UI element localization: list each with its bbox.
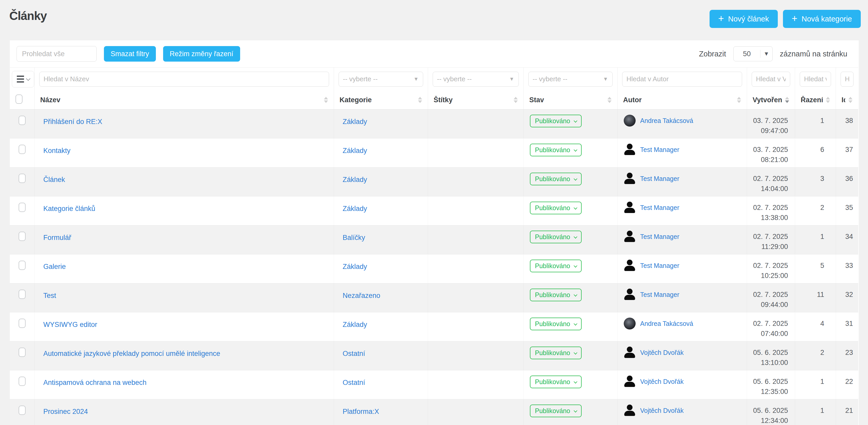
clear-filters-button[interactable]: Smazat filtry <box>104 46 156 62</box>
column-header-stav[interactable]: Stav <box>523 91 617 110</box>
row-checkbox[interactable] <box>19 145 26 154</box>
article-name-link[interactable]: Galerie <box>43 263 66 271</box>
hamburger-icon <box>17 76 24 83</box>
created-date: 05. 6. 2025 <box>747 348 788 358</box>
select-all-checkbox[interactable] <box>16 94 23 104</box>
author-link[interactable]: Test Manager <box>640 262 679 270</box>
category-link[interactable]: Ostatní <box>343 350 365 358</box>
select-placeholder: -- vyberte -- <box>437 75 472 83</box>
filter-category-select[interactable]: -- vyberte -- ▼ <box>339 72 423 87</box>
author-link[interactable]: Vojtěch Dvořák <box>640 349 684 357</box>
order-cell: 2 <box>795 196 836 225</box>
articles-table: -- vyberte -- ▼ -- vyberte -- ▼ -- vyber… <box>10 67 858 425</box>
category-link[interactable]: Základy <box>343 176 367 183</box>
category-link[interactable]: Nezařazeno <box>343 292 380 300</box>
status-select[interactable]: Publikováno <box>530 375 582 388</box>
category-link[interactable]: Základy <box>343 321 367 329</box>
status-select[interactable]: Publikováno <box>530 202 582 214</box>
row-checkbox[interactable] <box>19 377 26 386</box>
created-time: 12:34:00 <box>747 416 788 425</box>
filter-status-select[interactable]: -- vyberte -- ▼ <box>528 72 613 87</box>
page-size-select[interactable]: 50 ▼ <box>733 46 773 61</box>
new-category-button[interactable]: + Nová kategorie <box>783 10 861 28</box>
article-name-link[interactable]: Prosinec 2024 <box>43 408 88 416</box>
category-link[interactable]: Základy <box>343 263 367 271</box>
article-name-link[interactable]: Formulář <box>43 234 71 242</box>
status-select[interactable]: Publikováno <box>530 318 582 330</box>
created-time: 13:38:00 <box>747 213 788 223</box>
article-name-link[interactable]: Antispamová ochrana na webech <box>43 379 147 387</box>
category-link[interactable]: Základy <box>343 118 367 125</box>
category-link[interactable]: Ostatní <box>343 379 365 387</box>
status-select[interactable]: Publikováno <box>530 231 582 243</box>
status-select[interactable]: Publikováno <box>530 115 582 128</box>
new-article-button[interactable]: + Nový článek <box>710 10 778 28</box>
status-select[interactable]: Publikováno <box>530 173 582 185</box>
row-checkbox[interactable] <box>19 203 26 212</box>
author-link[interactable]: Test Manager <box>640 233 679 240</box>
created-cell: 03. 7. 2025 08:21:00 <box>747 139 795 167</box>
author-link[interactable]: Test Manager <box>640 146 679 153</box>
status-select[interactable]: Publikováno <box>530 144 582 156</box>
column-header-nazev[interactable]: Název <box>34 91 334 110</box>
filter-id-input[interactable] <box>841 72 854 87</box>
status-label: Publikováno <box>535 117 570 125</box>
article-name-link[interactable]: Kategorie článků <box>43 205 95 213</box>
header-actions: + Nový článek + Nová kategorie <box>710 7 861 28</box>
row-checkbox[interactable] <box>19 116 26 125</box>
status-select[interactable]: Publikováno <box>530 289 582 301</box>
column-header-razeni[interactable]: Řazení <box>795 91 836 110</box>
author-link[interactable]: Test Manager <box>640 175 679 182</box>
row-checkbox[interactable] <box>19 348 26 357</box>
row-checkbox[interactable] <box>19 174 26 183</box>
chevron-down-icon <box>574 351 577 355</box>
filter-tags-select[interactable]: -- vyberte -- ▼ <box>433 72 519 87</box>
article-name-link[interactable]: Test <box>43 292 56 300</box>
chevron-down-icon <box>574 409 577 412</box>
filter-name-input[interactable] <box>39 72 329 87</box>
created-date: 03. 7. 2025 <box>747 145 788 155</box>
bulk-actions-menu-button[interactable] <box>12 71 34 87</box>
created-date: 03. 7. 2025 <box>747 116 788 126</box>
filter-created-input[interactable] <box>752 72 790 87</box>
author-link[interactable]: Andrea Takácsová <box>640 117 693 124</box>
filter-order-input[interactable] <box>800 72 831 87</box>
author-link[interactable]: Andrea Takácsová <box>640 320 693 328</box>
avatar <box>624 173 636 185</box>
row-checkbox[interactable] <box>19 290 26 299</box>
author-link[interactable]: Vojtěch Dvořák <box>640 378 684 386</box>
sort-desc-icon <box>782 97 789 103</box>
column-header-autor[interactable]: Autor <box>617 91 747 110</box>
category-link[interactable]: Balíčky <box>343 234 365 242</box>
created-date: 02. 7. 2025 <box>747 261 788 271</box>
author-link[interactable]: Test Manager <box>640 204 679 211</box>
article-name-link[interactable]: Přihlášení do RE:X <box>43 118 102 125</box>
status-label: Publikováno <box>535 407 570 415</box>
chevron-down-icon <box>574 177 577 180</box>
row-checkbox[interactable] <box>19 405 26 415</box>
column-header-stitky[interactable]: Štítky <box>428 91 523 110</box>
status-select[interactable]: Publikováno <box>530 346 582 359</box>
article-name-link[interactable]: WYSIWYG editor <box>43 321 97 329</box>
reorder-mode-button[interactable]: Režim změny řazení <box>163 46 240 62</box>
author-link[interactable]: Test Manager <box>640 291 679 299</box>
status-select[interactable]: Publikováno <box>530 260 582 272</box>
author-link[interactable]: Vojtěch Dvořák <box>640 407 684 415</box>
article-name-link[interactable]: Kontakty <box>43 147 70 154</box>
row-checkbox[interactable] <box>19 261 26 270</box>
new-article-label: Nový článek <box>728 15 769 23</box>
row-checkbox[interactable] <box>19 319 26 328</box>
filter-author-input[interactable] <box>622 72 742 87</box>
category-link[interactable]: Základy <box>343 205 367 213</box>
article-name-link[interactable]: Automatické jazykové překlady pomocí umě… <box>43 350 220 358</box>
global-search-input[interactable] <box>17 46 97 62</box>
row-checkbox[interactable] <box>19 232 26 241</box>
category-link[interactable]: Platforma:X <box>343 408 379 416</box>
column-header-id[interactable]: Id <box>836 91 858 110</box>
tags-cell <box>428 196 523 225</box>
column-header-vytvoreno[interactable]: Vytvořeno <box>747 91 795 110</box>
category-link[interactable]: Základy <box>343 147 367 154</box>
status-select[interactable]: Publikováno <box>530 404 582 417</box>
column-header-kategorie[interactable]: Kategorie <box>334 91 428 110</box>
article-name-link[interactable]: Článek <box>43 176 65 183</box>
